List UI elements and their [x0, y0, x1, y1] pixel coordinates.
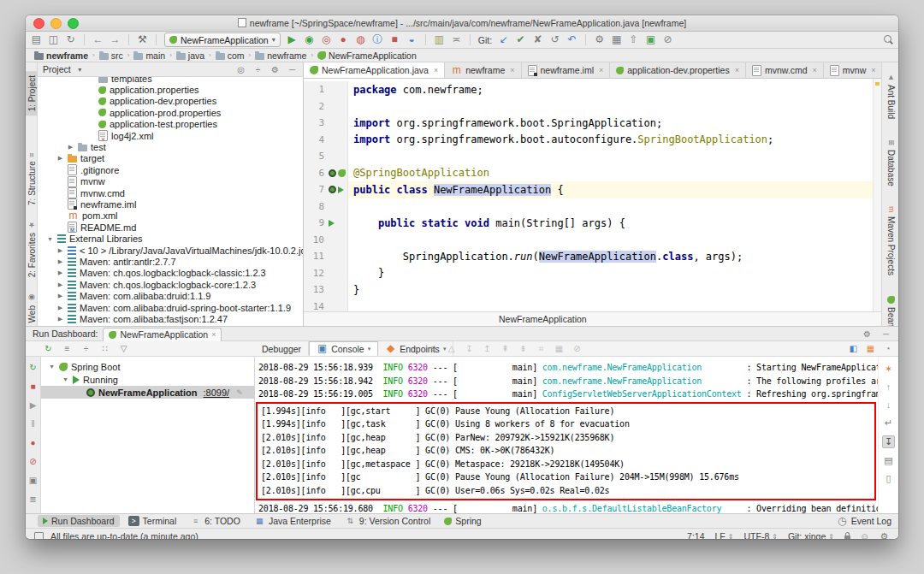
- project-tree-item[interactable]: ▶Maven: antlr:antlr:2.7.7: [38, 256, 303, 267]
- menu-icon[interactable]: ≡: [428, 343, 439, 354]
- run-dashboard-tree-item[interactable]: ▼Running: [41, 373, 254, 386]
- tree-arrow-icon[interactable]: ▶: [56, 316, 64, 323]
- tree-arrow-icon[interactable]: ▶: [56, 293, 64, 299]
- toolwindow-button-javaenterprise[interactable]: ▦Java Enterprise: [249, 515, 336, 528]
- breadcrumb-item-src[interactable]: src: [99, 50, 123, 61]
- caret-position-widget[interactable]: 7:14: [687, 531, 704, 539]
- runto-icon[interactable]: ⇟: [518, 343, 529, 354]
- forward-icon[interactable]: →: [110, 34, 121, 45]
- settings-icon[interactable]: ⚙: [270, 64, 281, 75]
- tree-arrow-icon[interactable]: ▼: [46, 236, 54, 242]
- console-tab-console[interactable]: ▣Console▾: [309, 341, 378, 356]
- ruler-icon[interactable]: ≍: [451, 34, 462, 45]
- code-line[interactable]: 8: [304, 198, 873, 216]
- tree-arrow-icon[interactable]: ▼: [48, 364, 56, 370]
- stepout-icon[interactable]: ⇞: [500, 343, 511, 354]
- code-line[interactable]: 11 SpringApplication.run(NewFrameApplica…: [304, 248, 873, 265]
- settings-icon[interactable]: ⚙: [862, 328, 873, 340]
- pause-icon[interactable]: ‖: [27, 418, 38, 429]
- project-tree-item[interactable]: newframe.iml: [38, 198, 303, 210]
- run-dashboard-tree-item[interactable]: NewFrameApplication:8099/✎: [41, 386, 254, 399]
- code-line[interactable]: 1package com.newframe;: [304, 81, 873, 98]
- run-dashboard-tab[interactable]: NewFrameApplication ×: [103, 328, 222, 341]
- mutegray-icon[interactable]: ⊘: [572, 343, 583, 354]
- close-icon[interactable]: ×: [434, 66, 438, 74]
- columns-icon[interactable]: ◧: [848, 343, 859, 354]
- sidebar-item-beanvalidation[interactable]: Bean Validation: [886, 296, 896, 326]
- breadcrumb-item-main[interactable]: main: [133, 50, 165, 61]
- project-tree-item[interactable]: ▶Maven: com.alibaba:druid:1.1.9: [38, 290, 303, 301]
- tree-arrow-icon[interactable]: ▶: [67, 144, 74, 151]
- dbgup-icon[interactable]: △: [446, 343, 457, 354]
- sidebar-item-favorites[interactable]: 2: Favorites★: [27, 221, 38, 277]
- code-line[interactable]: 6@SpringBootApplication: [304, 165, 873, 182]
- sidebar-item-structure[interactable]: 7: Structure≡: [27, 153, 38, 205]
- up-icon[interactable]: ↑: [883, 382, 894, 393]
- pie-icon[interactable]: ◔: [882, 343, 893, 354]
- close-icon[interactable]: ×: [813, 66, 817, 74]
- console-tab-debugger[interactable]: Debugger: [255, 341, 309, 356]
- tree-arrow-icon[interactable]: ▶: [56, 281, 64, 288]
- back-icon[interactable]: ←: [92, 34, 104, 45]
- inspect-icon[interactable]: ▥: [434, 34, 445, 45]
- project-tree-item[interactable]: application-prod.properties: [38, 107, 303, 118]
- update-icon[interactable]: ↙: [498, 34, 509, 45]
- rec-icon[interactable]: ◍: [355, 34, 366, 45]
- project-tree-item[interactable]: mvnw.cmd: [38, 187, 303, 198]
- save-icon[interactable]: ◫: [48, 34, 59, 45]
- runtri-icon[interactable]: [338, 186, 344, 193]
- rerun-icon[interactable]: ↻: [43, 343, 54, 354]
- tree-arrow-icon[interactable]: ▶: [56, 247, 64, 254]
- calc-icon[interactable]: ▦: [554, 343, 565, 354]
- trash-icon[interactable]: ▯: [883, 473, 894, 484]
- git-branch-widget[interactable]: Git: xinge⇕: [788, 531, 834, 539]
- toolwindow-toggle-icon[interactable]: [34, 532, 44, 540]
- search-icon[interactable]: [884, 35, 893, 44]
- project-tree-item[interactable]: application-dev.properties: [38, 96, 303, 107]
- breadcrumb-item-newframe[interactable]: newframe: [255, 50, 306, 61]
- dumpred-icon[interactable]: ●: [27, 437, 38, 448]
- collapse-icon[interactable]: ÷: [252, 64, 264, 75]
- minimize-window-button[interactable]: [50, 18, 62, 29]
- softwrap-icon[interactable]: ↵: [883, 417, 894, 429]
- tree-arrow-icon[interactable]: ▶: [56, 305, 64, 311]
- project-tree-item[interactable]: ▶target: [38, 153, 303, 164]
- grid2-icon[interactable]: ▦: [865, 343, 876, 354]
- sidebar-item-database[interactable]: ≣Database: [886, 139, 897, 186]
- open-icon[interactable]: ▤: [31, 34, 42, 45]
- stepin-icon[interactable]: ↥: [482, 343, 493, 354]
- rollback-icon[interactable]: ↶: [566, 34, 578, 45]
- code-line[interactable]: 9 public static void main(String[] args)…: [304, 215, 873, 232]
- toolwindow-button-6todo[interactable]: ≡6: TODO: [185, 515, 246, 528]
- editor-tab-mvnw[interactable]: mvnw×: [824, 62, 881, 78]
- editor-tab-application-dev.properties[interactable]: application-dev.properties×: [610, 62, 746, 78]
- editor-tab-NewFrameApplication.java[interactable]: NewFrameApplication.java×: [304, 62, 445, 78]
- breadcrumb-item-NewFrameApplication[interactable]: NewFrameApplication: [317, 50, 417, 61]
- camera-icon[interactable]: ▣: [27, 475, 38, 486]
- chevron-down-icon[interactable]: ▾: [368, 346, 371, 352]
- project-tree-item[interactable]: log4j2.xml: [38, 130, 303, 141]
- history-icon[interactable]: ↺: [549, 34, 560, 45]
- beangut-icon[interactable]: [329, 169, 336, 177]
- code-line[interactable]: 2: [304, 98, 873, 115]
- help-icon[interactable]: ◒: [406, 34, 418, 45]
- code-line[interactable]: 14: [304, 299, 873, 312]
- editor-tab-newframe.iml[interactable]: newframe.iml×: [522, 62, 611, 78]
- edit-icon[interactable]: ✎: [236, 388, 243, 397]
- coverage-icon[interactable]: ◎: [321, 34, 332, 45]
- encoding-widget[interactable]: UTF-8⇕: [743, 531, 777, 539]
- runtri-icon[interactable]: [329, 220, 335, 227]
- info-icon[interactable]: ⓘ: [372, 34, 383, 45]
- project-tree-item[interactable]: templates: [38, 77, 303, 84]
- project-tree-item[interactable]: ▼External Libraries: [38, 233, 303, 244]
- code-line[interactable]: 3import org.springframework.boot.SpringA…: [304, 115, 873, 132]
- close-window-button[interactable]: [33, 18, 44, 29]
- project-tree-item[interactable]: ▶test: [38, 141, 303, 152]
- scrollend-icon[interactable]: ↧: [882, 435, 895, 448]
- editor-error-stripe[interactable]: [873, 79, 881, 311]
- minimize-icon[interactable]: ─: [880, 328, 891, 340]
- line-ending-widget[interactable]: LF⇕: [715, 531, 734, 539]
- console-output[interactable]: 2018-08-29 15:56:18.939 INFO 6320 --- [ …: [255, 357, 878, 513]
- group-icon[interactable]: ∷: [99, 343, 110, 354]
- resume-icon[interactable]: ▶: [27, 399, 38, 411]
